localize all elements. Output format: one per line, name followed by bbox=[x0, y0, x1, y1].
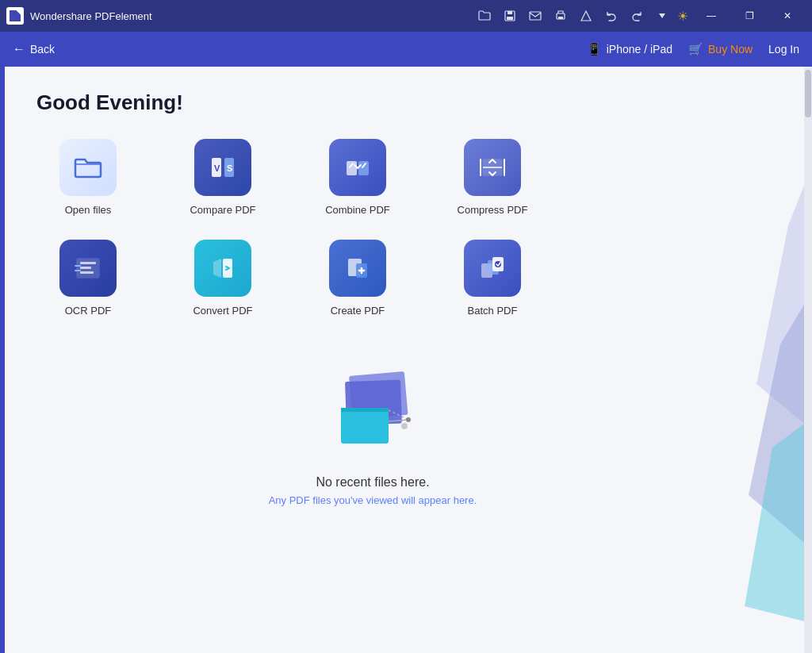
combine-pdf-button[interactable]: Combine PDF bbox=[306, 139, 409, 216]
batch-pdf-button[interactable]: Batch PDF bbox=[441, 240, 544, 317]
svg-rect-23 bbox=[80, 271, 94, 274]
compress-pdf-button[interactable]: Compress PDF bbox=[441, 139, 544, 216]
batch-pdf-icon bbox=[464, 240, 521, 297]
navbar-right: 📱 iPhone / iPad 🛒 Buy Now Log In bbox=[587, 42, 799, 56]
compress-pdf-label: Compress PDF bbox=[458, 204, 528, 216]
print-icon[interactable] bbox=[553, 9, 568, 23]
empty-illustration bbox=[317, 364, 428, 459]
svg-rect-22 bbox=[80, 267, 91, 269]
navbar: ← Back 📱 iPhone / iPad 🛒 Buy Now Log In bbox=[0, 32, 812, 67]
redo-icon[interactable] bbox=[630, 9, 644, 23]
create-pdf-label: Create PDF bbox=[331, 305, 385, 317]
open-files-icon bbox=[59, 139, 117, 196]
content-area: Good Evening! Open files bbox=[5, 67, 741, 653]
login-button[interactable]: Log In bbox=[768, 43, 799, 56]
create-pdf-button[interactable]: Create PDF bbox=[306, 240, 409, 317]
iphone-ipad-button[interactable]: 📱 iPhone / iPad bbox=[587, 42, 672, 56]
compare-pdf-icon: V S bbox=[194, 139, 251, 196]
tool-grid: Open files V S Compare PDF bbox=[36, 139, 709, 317]
svg-point-42 bbox=[401, 423, 408, 429]
combine-pdf-label: Combine PDF bbox=[325, 204, 390, 216]
empty-title: No recent files here. bbox=[316, 475, 429, 490]
login-label: Log In bbox=[768, 43, 799, 56]
empty-subtitle: Any PDF files you've viewed will appear … bbox=[269, 494, 477, 506]
save-icon[interactable] bbox=[503, 9, 517, 23]
right-decoration bbox=[741, 67, 804, 653]
greeting-title: Good Evening! bbox=[36, 90, 709, 115]
svg-rect-12 bbox=[347, 161, 357, 175]
scrollbar-track[interactable] bbox=[804, 67, 812, 653]
theme-icon[interactable]: ☀ bbox=[676, 9, 690, 23]
svg-text:S: S bbox=[227, 163, 232, 173]
open-files-label: Open files bbox=[65, 204, 112, 216]
svg-marker-7 bbox=[659, 13, 665, 18]
compare-pdf-button[interactable]: V S Compare PDF bbox=[171, 139, 274, 216]
cart-icon: 🛒 bbox=[688, 42, 703, 56]
folder-icon[interactable] bbox=[477, 9, 492, 23]
toolbar-icons bbox=[477, 9, 669, 23]
back-label: Back bbox=[30, 43, 55, 56]
svg-marker-45 bbox=[745, 424, 804, 621]
convert-pdf-label: Convert PDF bbox=[193, 305, 252, 317]
window-controls: — ❐ ✕ bbox=[693, 0, 806, 32]
ocr-pdf-button[interactable]: OCR PDF bbox=[36, 240, 140, 317]
back-arrow-icon: ← bbox=[13, 42, 25, 56]
svg-marker-6 bbox=[581, 11, 591, 21]
close-button[interactable]: ✕ bbox=[769, 0, 806, 32]
empty-state: No recent files here. Any PDF files you'… bbox=[36, 364, 709, 506]
ocr-pdf-label: OCR PDF bbox=[65, 305, 112, 317]
mail-icon[interactable] bbox=[528, 9, 542, 23]
svg-marker-38 bbox=[341, 408, 389, 412]
svg-text:V: V bbox=[214, 163, 220, 173]
svg-rect-3 bbox=[530, 12, 541, 20]
ocr-pdf-icon bbox=[59, 240, 117, 297]
app-logo bbox=[6, 7, 24, 25]
compare-pdf-label: Compare PDF bbox=[190, 204, 255, 216]
svg-rect-21 bbox=[80, 262, 96, 264]
svg-rect-13 bbox=[358, 161, 369, 175]
combine-pdf-icon bbox=[329, 139, 386, 196]
buy-now-button[interactable]: 🛒 Buy Now bbox=[688, 42, 753, 56]
svg-point-41 bbox=[406, 417, 411, 422]
app-title: Wondershare PDFelement bbox=[30, 10, 477, 22]
svg-rect-5 bbox=[558, 17, 563, 19]
svg-point-34 bbox=[495, 261, 501, 267]
maximize-button[interactable]: ❐ bbox=[731, 0, 768, 32]
svg-rect-37 bbox=[341, 408, 389, 444]
main-content: Good Evening! Open files bbox=[0, 67, 812, 653]
down-icon[interactable] bbox=[655, 9, 669, 23]
back-button[interactable]: ← Back bbox=[13, 42, 55, 56]
undo-icon[interactable] bbox=[604, 9, 619, 23]
svg-rect-2 bbox=[507, 17, 513, 20]
phone-icon: 📱 bbox=[587, 42, 602, 56]
batch-pdf-label: Batch PDF bbox=[468, 305, 518, 317]
buy-now-label: Buy Now bbox=[708, 43, 753, 56]
compress-pdf-icon bbox=[464, 139, 521, 196]
minimize-button[interactable]: — bbox=[693, 0, 730, 32]
open-files-button[interactable]: Open files bbox=[36, 139, 140, 216]
convert-pdf-button[interactable]: Convert PDF bbox=[171, 240, 274, 317]
iphone-ipad-label: iPhone / iPad bbox=[607, 43, 672, 56]
action-icon[interactable] bbox=[579, 9, 593, 23]
create-pdf-icon bbox=[329, 240, 386, 297]
titlebar: Wondershare PDFelement bbox=[0, 0, 812, 32]
convert-pdf-icon bbox=[194, 240, 251, 297]
svg-rect-1 bbox=[508, 11, 512, 14]
